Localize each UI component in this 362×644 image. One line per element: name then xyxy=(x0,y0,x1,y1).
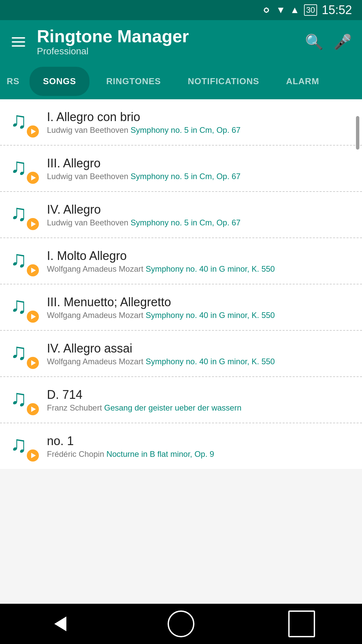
song-info: IV. Allegro Ludwig van Beethoven Symphon… xyxy=(47,202,352,227)
tab-songs[interactable]: SONGS xyxy=(29,67,89,96)
song-title: no. 1 xyxy=(47,434,352,448)
song-item[interactable]: ♫ III. Menuetto; Allegretto Wolfgang Ama… xyxy=(0,284,362,331)
status-icons: ⭘ ▼ ▲ 30 15:52 xyxy=(262,3,352,17)
song-meta: Ludwig van Beethoven Symphony no. 5 in C… xyxy=(47,125,352,135)
song-info: no. 1 Frédéric Chopin Nocturne in B flat… xyxy=(47,434,352,459)
music-note-icon: ♫ xyxy=(10,339,27,364)
artist-name: Frédéric Chopin xyxy=(47,449,104,459)
music-note-icon: ♫ xyxy=(10,154,27,179)
hamburger-menu-button[interactable] xyxy=(10,36,27,48)
play-button[interactable] xyxy=(27,357,39,369)
app-title-group: Ringtone Manager Professional xyxy=(37,27,295,57)
artist-name: Wolfgang Amadeus Mozart xyxy=(47,264,143,273)
song-icon-wrapper: ♫ xyxy=(10,294,37,321)
tab-all[interactable]: RS xyxy=(0,67,26,96)
song-title: I. Allegro con brio xyxy=(47,110,352,124)
play-button[interactable] xyxy=(27,449,39,462)
song-icon-wrapper: ♫ xyxy=(10,340,37,367)
song-title: I. Molto Allegro xyxy=(47,249,352,263)
song-icon-wrapper: ♫ xyxy=(10,433,37,460)
status-bar: ⭘ ▼ ▲ 30 15:52 xyxy=(0,0,362,20)
music-note-icon: ♫ xyxy=(10,107,27,133)
artist-name: Franz Schubert xyxy=(47,403,102,412)
song-meta: Wolfgang Amadeus Mozart Symphony no. 40 … xyxy=(47,357,352,366)
album-name: Symphony no. 40 in G minor, K. 550 xyxy=(145,357,275,366)
song-item[interactable]: ♫ no. 1 Frédéric Chopin Nocturne in B fl… xyxy=(0,423,362,469)
scroll-indicator[interactable] xyxy=(356,116,359,150)
artist-name: Ludwig van Beethoven xyxy=(47,125,128,135)
artist-name: Ludwig van Beethoven xyxy=(47,172,128,181)
music-note-icon: ♫ xyxy=(10,431,27,457)
song-icon-wrapper: ♫ xyxy=(10,155,37,182)
song-item[interactable]: ♫ I. Molto Allegro Wolfgang Amadeus Moza… xyxy=(0,238,362,284)
tab-notifications[interactable]: NOTIFICATIONS xyxy=(174,67,273,96)
status-time: 15:52 xyxy=(322,3,352,17)
album-name: Symphony no. 5 in Cm, Op. 67 xyxy=(131,218,241,227)
song-icon-wrapper: ♫ xyxy=(10,248,37,274)
bluetooth-icon: ⭘ xyxy=(262,5,272,16)
play-button[interactable] xyxy=(27,125,39,138)
song-info: IV. Allegro assai Wolfgang Amadeus Mozar… xyxy=(47,341,352,366)
album-name: Nocturne in B flat minor, Op. 9 xyxy=(106,449,214,459)
song-item[interactable]: ♫ IV. Allegro assai Wolfgang Amadeus Moz… xyxy=(0,331,362,377)
artist-name: Ludwig van Beethoven xyxy=(47,218,128,227)
song-item[interactable]: ♫ I. Allegro con brio Ludwig van Beethov… xyxy=(0,99,362,146)
tabs-bar: RS SONGS RINGTONES NOTIFICATIONS ALARM xyxy=(0,63,362,99)
song-meta: Franz Schubert Gesang der geister ueber … xyxy=(47,403,352,413)
song-meta: Frédéric Chopin Nocturne in B flat minor… xyxy=(47,449,352,459)
app-bar: Ringtone Manager Professional 🔍 🎤 xyxy=(0,20,362,63)
song-item[interactable]: ♫ D. 714 Franz Schubert Gesang der geist… xyxy=(0,377,362,423)
song-meta: Wolfgang Amadeus Mozart Symphony no. 40 … xyxy=(47,264,352,274)
home-button[interactable] xyxy=(168,610,194,637)
song-item[interactable]: ♫ IV. Allegro Ludwig van Beethoven Symph… xyxy=(0,192,362,238)
music-note-icon: ♫ xyxy=(10,246,27,272)
battery-icon: 30 xyxy=(304,4,317,16)
content-area: ♫ I. Allegro con brio Ludwig van Beethov… xyxy=(0,99,362,509)
song-title: D. 714 xyxy=(47,387,352,402)
album-name: Gesang der geister ueber der wassern xyxy=(104,403,242,412)
tab-alarm[interactable]: ALARM xyxy=(273,67,333,96)
music-note-icon: ♫ xyxy=(10,292,27,318)
song-title: IV. Allegro xyxy=(47,202,352,217)
song-meta: Ludwig van Beethoven Symphony no. 5 in C… xyxy=(47,172,352,181)
song-icon-wrapper: ♫ xyxy=(10,109,37,136)
song-icon-wrapper: ♫ xyxy=(10,201,37,228)
song-info: III. Menuetto; Allegretto Wolfgang Amade… xyxy=(47,295,352,320)
album-name: Symphony no. 40 in G minor, K. 550 xyxy=(145,311,275,320)
artist-name: Wolfgang Amadeus Mozart xyxy=(47,311,143,320)
album-name: Symphony no. 5 in Cm, Op. 67 xyxy=(131,172,241,181)
album-name: Symphony no. 5 in Cm, Op. 67 xyxy=(131,125,241,135)
app-subtitle: Professional xyxy=(37,46,295,57)
play-button[interactable] xyxy=(27,264,39,276)
artist-name: Wolfgang Amadeus Mozart xyxy=(47,357,143,366)
play-button[interactable] xyxy=(27,172,39,184)
search-icon[interactable]: 🔍 xyxy=(305,33,323,51)
tab-ringtones[interactable]: RINGTONES xyxy=(93,67,174,96)
wifi-icon: ▼ xyxy=(276,5,286,15)
music-note-icon: ♫ xyxy=(10,200,27,225)
song-title: III. Allegro xyxy=(47,156,352,170)
play-button[interactable] xyxy=(27,218,39,230)
album-name: Symphony no. 40 in G minor, K. 550 xyxy=(145,264,275,273)
song-meta: Ludwig van Beethoven Symphony no. 5 in C… xyxy=(47,218,352,227)
back-button[interactable] xyxy=(47,610,74,637)
recent-button[interactable] xyxy=(288,610,315,637)
song-list: ♫ I. Allegro con brio Ludwig van Beethov… xyxy=(0,99,362,469)
app-bar-actions: 🔍 🎤 xyxy=(305,33,352,51)
signal-icon: ▲ xyxy=(290,5,299,15)
song-title: III. Menuetto; Allegretto xyxy=(47,295,352,309)
song-info: D. 714 Franz Schubert Gesang der geister… xyxy=(47,387,352,413)
bottom-nav xyxy=(0,604,362,644)
play-button[interactable] xyxy=(27,403,39,415)
music-note-icon: ♫ xyxy=(10,385,27,411)
song-info: I. Molto Allegro Wolfgang Amadeus Mozart… xyxy=(47,249,352,274)
song-icon-wrapper: ♫ xyxy=(10,386,37,413)
song-title: IV. Allegro assai xyxy=(47,341,352,356)
song-item[interactable]: ♫ III. Allegro Ludwig van Beethoven Symp… xyxy=(0,146,362,192)
song-info: III. Allegro Ludwig van Beethoven Sympho… xyxy=(47,156,352,181)
mic-icon[interactable]: 🎤 xyxy=(334,33,352,51)
song-meta: Wolfgang Amadeus Mozart Symphony no. 40 … xyxy=(47,311,352,320)
play-button[interactable] xyxy=(27,311,39,323)
app-title: Ringtone Manager xyxy=(37,27,295,46)
song-info: I. Allegro con brio Ludwig van Beethoven… xyxy=(47,110,352,135)
